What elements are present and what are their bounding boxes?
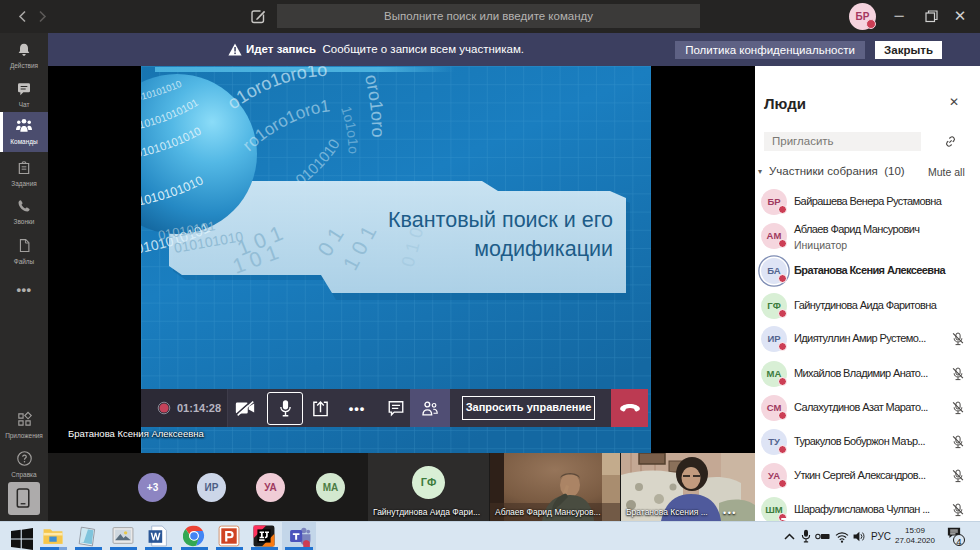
svg-text:модификации: модификации (474, 237, 613, 261)
svg-text:Квантовый поиск и его: Квантовый поиск и его (388, 208, 613, 232)
